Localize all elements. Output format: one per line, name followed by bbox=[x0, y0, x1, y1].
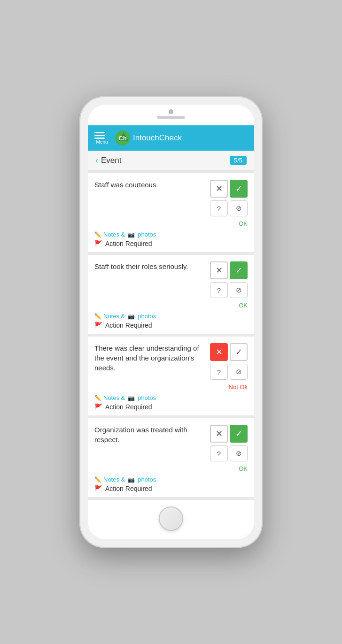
action-label-2: Action Required bbox=[105, 322, 152, 329]
question-text-1: Staff was courteous. bbox=[94, 180, 205, 190]
photos-link-2[interactable]: photos bbox=[138, 313, 156, 320]
yes-no-row-1: ✕ ✓ bbox=[210, 180, 248, 198]
question-card-2: Staff took their roles seriously. ✕ ✓ ? … bbox=[88, 255, 254, 334]
breadcrumb-title: Event bbox=[101, 156, 121, 165]
flag-icon-4: 🚩 bbox=[94, 485, 102, 492]
phone-device: Menu Ch IntouchCheck ‹ Event 5/5 bbox=[79, 96, 263, 548]
notes-link-3[interactable]: Notes & bbox=[103, 394, 125, 401]
notes-row-3: ✏️ Notes & 📷 photos bbox=[94, 394, 248, 401]
home-button[interactable] bbox=[159, 506, 183, 531]
phone-screen: Menu Ch IntouchCheck ‹ Event 5/5 bbox=[88, 105, 254, 539]
action-row-1: 🚩 Action Required bbox=[94, 240, 248, 247]
flag-icon-3: 🚩 bbox=[94, 403, 102, 411]
question-button-3[interactable]: ? bbox=[210, 364, 228, 380]
action-label-3: Action Required bbox=[105, 403, 152, 411]
status-text-1: OK bbox=[210, 220, 248, 227]
action-label-1: Action Required bbox=[105, 240, 152, 247]
status-text-4: OK bbox=[210, 465, 248, 472]
phone-bottom bbox=[88, 500, 254, 539]
no-button-2[interactable]: ✕ bbox=[210, 261, 228, 279]
phone-speaker bbox=[157, 116, 185, 119]
question-card-4: Organization was treated with respect. ✕… bbox=[88, 418, 254, 497]
action-row-4: 🚩 Action Required bbox=[94, 485, 248, 492]
answer-buttons-4: ✕ ✓ ? ⊘ OK bbox=[210, 425, 248, 472]
answer-buttons-2: ✕ ✓ ? ⊘ OK bbox=[210, 261, 248, 309]
photos-link-1[interactable]: photos bbox=[138, 231, 156, 238]
app-content: ‹ Event 5/5 Staff was courteous. ✕ ✓ ? bbox=[88, 151, 254, 500]
answer-buttons-3: ✕ ✓ ? ⊘ Not Ok bbox=[210, 343, 248, 391]
question-row-4: Organization was treated with respect. ✕… bbox=[94, 425, 248, 472]
yes-no-row-2: ✕ ✓ bbox=[210, 261, 248, 279]
notes-row-4: ✏️ Notes & 📷 photos bbox=[94, 476, 248, 483]
notes-link-4[interactable]: Notes & bbox=[103, 476, 125, 483]
question-card-1: Staff was courteous. ✕ ✓ ? ⊘ OK bbox=[88, 173, 254, 252]
yes-button-4[interactable]: ✓ bbox=[230, 425, 248, 443]
no-button-3[interactable]: ✕ bbox=[210, 343, 228, 361]
yes-no-row-3: ✕ ✓ bbox=[210, 343, 248, 361]
status-text-3: Not Ok bbox=[210, 383, 248, 391]
na-button-2[interactable]: ⊘ bbox=[230, 282, 248, 298]
photos-link-4[interactable]: photos bbox=[138, 476, 156, 483]
edit-icon-4: ✏️ bbox=[94, 476, 101, 483]
yes-button-3[interactable]: ✓ bbox=[230, 343, 248, 361]
breadcrumb-left: ‹ Event bbox=[95, 155, 121, 165]
na-button-1[interactable]: ⊘ bbox=[230, 200, 248, 216]
camera-icon-1: 📷 bbox=[128, 231, 135, 238]
question-text-4: Organization was treated with respect. bbox=[94, 425, 205, 445]
question-text-2: Staff took their roles seriously. bbox=[94, 261, 205, 271]
q-na-row-3: ? ⊘ bbox=[210, 364, 248, 380]
camera-icon-2: 📷 bbox=[128, 313, 135, 320]
status-text-2: OK bbox=[210, 302, 248, 309]
edit-icon-2: ✏️ bbox=[94, 313, 101, 320]
na-button-3[interactable]: ⊘ bbox=[230, 364, 248, 380]
app-logo: Ch IntouchCheck bbox=[115, 130, 182, 146]
yes-button-1[interactable]: ✓ bbox=[230, 180, 248, 198]
q-na-row-4: ? ⊘ bbox=[210, 445, 248, 461]
flag-icon-2: 🚩 bbox=[94, 322, 102, 329]
yes-button-2[interactable]: ✓ bbox=[230, 261, 248, 279]
q-na-row-1: ? ⊘ bbox=[210, 200, 248, 216]
camera-icon-3: 📷 bbox=[128, 395, 135, 401]
app-header: Menu Ch IntouchCheck bbox=[88, 125, 254, 151]
back-arrow-icon[interactable]: ‹ bbox=[95, 155, 98, 165]
breadcrumb-bar: ‹ Event 5/5 bbox=[88, 151, 254, 170]
notes-row-2: ✏️ Notes & 📷 photos bbox=[94, 313, 248, 320]
photos-link-3[interactable]: photos bbox=[138, 394, 156, 401]
edit-icon-1: ✏️ bbox=[94, 231, 101, 238]
question-card-3: There was clear understanding of the eve… bbox=[88, 337, 254, 415]
question-button-2[interactable]: ? bbox=[210, 282, 228, 298]
notes-link-2[interactable]: Notes & bbox=[103, 313, 125, 320]
notes-row-1: ✏️ Notes & 📷 photos bbox=[94, 231, 248, 238]
action-row-3: 🚩 Action Required bbox=[94, 403, 248, 411]
yes-no-row-4: ✕ ✓ bbox=[210, 425, 248, 443]
question-row-3: There was clear understanding of the eve… bbox=[94, 343, 248, 391]
menu-button[interactable]: Menu bbox=[94, 132, 109, 145]
menu-label: Menu bbox=[96, 139, 108, 145]
phone-top-bar bbox=[88, 105, 254, 125]
na-button-4[interactable]: ⊘ bbox=[230, 445, 248, 461]
app-logo-text: Ch bbox=[118, 135, 126, 142]
q-na-row-2: ? ⊘ bbox=[210, 282, 248, 298]
question-text-3: There was clear understanding of the eve… bbox=[94, 343, 205, 373]
question-button-1[interactable]: ? bbox=[210, 200, 228, 216]
app-title: IntouchCheck bbox=[133, 133, 182, 143]
action-row-2: 🚩 Action Required bbox=[94, 322, 248, 329]
no-button-4[interactable]: ✕ bbox=[210, 425, 228, 443]
no-button-1[interactable]: ✕ bbox=[210, 180, 228, 198]
flag-icon-1: 🚩 bbox=[94, 240, 102, 247]
edit-icon-3: ✏️ bbox=[94, 395, 101, 401]
phone-camera bbox=[169, 109, 173, 114]
progress-badge: 5/5 bbox=[230, 156, 247, 165]
app-logo-icon: Ch bbox=[115, 130, 130, 146]
camera-icon-4: 📷 bbox=[128, 476, 135, 483]
notes-link-1[interactable]: Notes & bbox=[103, 231, 125, 238]
answer-buttons-1: ✕ ✓ ? ⊘ OK bbox=[210, 180, 248, 227]
question-row-2: Staff took their roles seriously. ✕ ✓ ? … bbox=[94, 261, 248, 309]
action-label-4: Action Required bbox=[105, 485, 152, 492]
question-row-1: Staff was courteous. ✕ ✓ ? ⊘ OK bbox=[94, 180, 248, 227]
question-button-4[interactable]: ? bbox=[210, 445, 228, 461]
menu-icon bbox=[94, 132, 105, 139]
